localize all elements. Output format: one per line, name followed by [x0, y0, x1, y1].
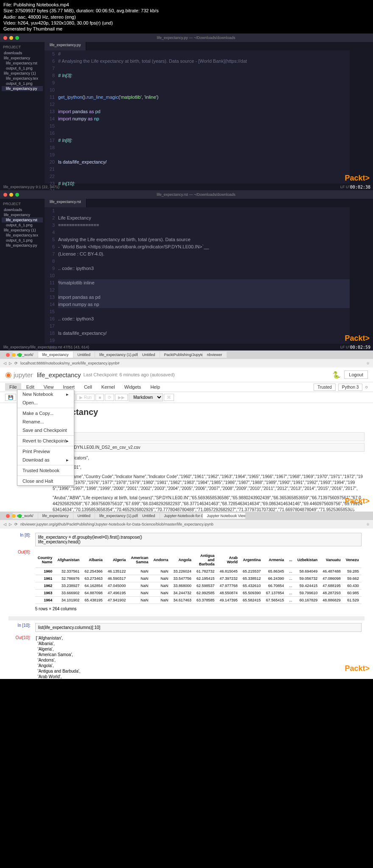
menu-revert[interactable]: Revert to Checkpoint	[17, 437, 74, 445]
nav-back-icon[interactable]: ◁	[3, 361, 6, 365]
table-cell: ...	[286, 575, 295, 582]
browser-tab-active[interactable]: life_expectancy	[38, 352, 73, 358]
browser-tab-active[interactable]: Jupyter Notebook Viewer	[203, 513, 245, 519]
tree-file[interactable]: life_expectancy.tex	[2, 233, 43, 238]
editor-panel-2: life_expectancy.rst — ~/Downloads/downlo…	[0, 190, 373, 351]
run-all-button[interactable]: ▶▶	[115, 394, 128, 401]
cell-type-select[interactable]: Markdown	[129, 393, 163, 401]
tree-file[interactable]: life_expectancy.tex	[2, 76, 43, 81]
menu-print-preview[interactable]: Print Preview	[17, 447, 74, 456]
tree-file[interactable]: output_6_1.png	[2, 81, 43, 86]
tree-file-active[interactable]: life_expectancy.py	[2, 86, 43, 91]
menu-open[interactable]: Open...	[17, 398, 74, 407]
restart-button[interactable]: ⟳	[105, 394, 114, 401]
browser-tab[interactable]: Untitled	[73, 513, 95, 519]
table-cell: NaN	[151, 590, 171, 597]
tree-file[interactable]: output_6_1.png	[2, 66, 43, 71]
tree-folder[interactable]: downloads	[2, 207, 43, 212]
browser-tab[interactable]: life_expectancy	[38, 513, 73, 519]
url-text[interactable]: nbviewer.jupyter.org/github/PacktPublish…	[20, 522, 364, 526]
code-cell[interactable]: tlib inline	[51, 432, 365, 441]
tree-file[interactable]: output_6_1.png	[2, 238, 43, 243]
tree-file[interactable]: life_expectancy.rst	[2, 61, 43, 66]
menu-new-notebook[interactable]: New Notebook	[17, 390, 74, 398]
tree-folder[interactable]: life_expectancy	[2, 56, 43, 61]
menu-download-as[interactable]: Download as	[17, 456, 74, 464]
browser-tab[interactable]: life_expectancy (1).pdf	[95, 513, 137, 519]
browser-tab[interactable]: life_expectancy (1).pdf	[95, 352, 137, 358]
reload-icon[interactable]: ⟳	[14, 361, 18, 365]
maximize-icon[interactable]	[15, 36, 19, 40]
tree-file[interactable]: output_6_1.png	[2, 223, 43, 228]
menu-save-checkpoint[interactable]: Save and Checkpoint	[17, 426, 74, 434]
browser-tab[interactable]: nbviewer	[203, 352, 227, 358]
tree-folder[interactable]: downloads	[2, 50, 43, 56]
logout-button[interactable]: Logout	[344, 370, 368, 379]
close-icon[interactable]	[6, 353, 10, 357]
browser-tab[interactable]: PacktPublishing/Jupyter-No	[160, 352, 202, 358]
tree-folder[interactable]: life_expectancy (1)	[2, 71, 43, 76]
minimize-icon[interactable]	[9, 193, 13, 197]
editor-tab[interactable]: life_expectancy.rst	[45, 199, 87, 207]
tree-file[interactable]: life_expectancy.py	[2, 243, 43, 248]
nav-fwd-icon[interactable]: ▷	[9, 361, 12, 365]
output-list: ['Afghanistan', 'Albania', 'Algeria', 'A…	[35, 635, 362, 679]
menu-trusted-notebook[interactable]: Trusted Notebook	[17, 466, 74, 475]
star-icon[interactable]: ☆	[366, 361, 370, 365]
tree-folder[interactable]: life_expectancy	[2, 212, 43, 217]
maximize-icon[interactable]	[18, 514, 22, 518]
menu-widgets[interactable]: Widgets	[120, 383, 146, 391]
save-button[interactable]: 💾	[5, 394, 16, 401]
tree-file-active[interactable]: life_expectancy.rst	[2, 217, 43, 223]
menu-kernel[interactable]: Kernel	[97, 383, 119, 391]
url-text[interactable]: localhost:8888/notebooks/my_work/life_ex…	[20, 361, 364, 365]
notebook-name[interactable]: life_expectancy	[37, 371, 81, 378]
menu-close-halt[interactable]: Close and Halt	[17, 477, 74, 485]
close-icon[interactable]	[3, 36, 7, 40]
kernel-indicator[interactable]: Python 3	[338, 384, 362, 391]
file-explorer-sidebar[interactable]: Project downloads life_expectancy life_e…	[0, 199, 45, 344]
stop-button[interactable]: ■	[95, 394, 104, 401]
star-icon[interactable]: ☆	[366, 522, 370, 526]
table-header-cell: Andorra	[151, 552, 171, 568]
minimize-icon[interactable]	[9, 36, 13, 40]
table-header-cell: Antigua and Barbuda	[194, 552, 217, 568]
code-cell[interactable]: cy/API_SP.DYN.LE00.IN_DS2_en_csv_v2.csv	[51, 443, 365, 452]
run-button[interactable]: ▶ Run	[76, 394, 95, 401]
editor-area: life_expectancy.rst 12345678910111213141…	[45, 199, 373, 344]
menu-help[interactable]: Help	[146, 383, 164, 391]
table-cell: 62.254366	[82, 568, 105, 575]
table-header-cell: Venezu	[343, 552, 362, 568]
menu-make-copy[interactable]: Make a Copy...	[17, 409, 74, 417]
maximize-icon[interactable]	[18, 353, 22, 357]
editor-tab[interactable]: life_expectancy.py	[45, 42, 86, 50]
browser-tab[interactable]: Untitled	[138, 352, 160, 358]
browser-tab[interactable]: Jupyter-Notebook-for-Dat	[160, 513, 202, 519]
minimize-icon[interactable]	[12, 514, 16, 518]
table-cell: 46.135122	[105, 568, 129, 575]
browser-tab[interactable]: Untitled	[73, 352, 95, 358]
maximize-icon[interactable]	[15, 193, 19, 197]
table-cell: NaN	[128, 590, 151, 597]
jupyter-logo[interactable]: ◉ jupyter	[5, 370, 33, 379]
file-explorer-sidebar[interactable]: Project downloads life_expectancy life_e…	[0, 42, 45, 184]
nav-back-icon[interactable]: ◁	[3, 522, 6, 526]
trusted-indicator[interactable]: Trusted	[314, 384, 336, 391]
menu-cell[interactable]: Cell	[80, 383, 96, 391]
code-cell: list(life_expectancy.columns)[:10]	[35, 623, 362, 632]
reload-icon[interactable]: ⟳	[14, 522, 18, 526]
nav-fwd-icon[interactable]: ▷	[9, 522, 12, 526]
tree-folder[interactable]: life_expectancy (1)	[2, 228, 43, 233]
browser-tab[interactable]: Untitled	[138, 513, 160, 519]
menu-rename[interactable]: Rename...	[17, 417, 74, 426]
minimize-icon[interactable]	[12, 353, 16, 357]
close-icon[interactable]	[3, 193, 7, 197]
table-cell: 65.86345	[264, 568, 287, 575]
table-cell: NaN	[151, 568, 171, 575]
scrollbar[interactable]	[8, 616, 365, 620]
close-icon[interactable]	[6, 514, 10, 518]
command-palette-button[interactable]: ⌘	[164, 394, 174, 401]
table-row: 196333.66690264.88709847.496195NaNNaN34.…	[35, 590, 362, 597]
table-header-cell: Armenia	[264, 552, 287, 568]
table-cell: 33.238927	[55, 582, 82, 590]
